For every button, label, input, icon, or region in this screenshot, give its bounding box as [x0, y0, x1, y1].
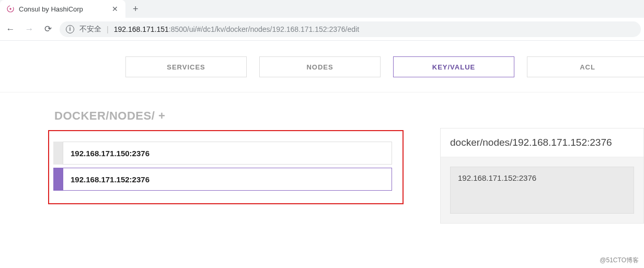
- close-tab-icon[interactable]: ✕: [110, 5, 120, 13]
- tab-title: Consul by HashiCorp: [19, 5, 83, 13]
- url-text: 192.168.171.151:8500/ui/#/dc1/kv/docker/…: [114, 25, 359, 33]
- editor-body: 192.168.171.152:2376: [441, 157, 643, 223]
- watermark: @51CTO博客: [600, 256, 639, 265]
- breadcrumb[interactable]: DOCKER/NODES/ +: [54, 109, 404, 123]
- security-label: 不安全: [79, 25, 101, 34]
- editor-key-path: docker/nodes/192.168.171.152:2376: [441, 129, 643, 157]
- top-nav: SERVICES NODES KEY/VALUE ACL: [0, 41, 644, 92]
- address-bar[interactable]: i 不安全 | 192.168.171.151:8500/ui/#/dc1/kv…: [60, 21, 641, 37]
- annotation-highlight: 192.168.171.150:2376 192.168.171.152:237…: [48, 130, 404, 204]
- browser-tab[interactable]: Consul by HashiCorp ✕: [0, 0, 125, 18]
- nav-row: ← → ⟳ i 不安全 | 192.168.171.151:8500/ui/#/…: [0, 18, 644, 41]
- info-icon: i: [66, 25, 74, 33]
- browser-chrome: Consul by HashiCorp ✕ + ← → ⟳ i 不安全 | 19…: [0, 0, 644, 41]
- tab-strip: Consul by HashiCorp ✕ +: [0, 0, 644, 18]
- tab-nodes[interactable]: NODES: [259, 56, 381, 77]
- new-tab-button[interactable]: +: [133, 4, 139, 15]
- content-area: DOCKER/NODES/ + 192.168.171.150:2376 192…: [0, 92, 644, 224]
- tab-services[interactable]: SERVICES: [125, 56, 247, 77]
- tab-keyvalue[interactable]: KEY/VALUE: [393, 56, 514, 77]
- kv-item[interactable]: 192.168.171.150:2376: [53, 142, 392, 165]
- kv-item-label: 192.168.171.152:2376: [63, 168, 392, 191]
- consul-favicon-icon: [6, 5, 15, 13]
- editor-panel: docker/nodes/192.168.171.152:2376 192.16…: [440, 128, 644, 224]
- forward-button[interactable]: →: [22, 22, 37, 37]
- kv-list-column: DOCKER/NODES/ + 192.168.171.150:2376 192…: [48, 109, 404, 224]
- kv-item-label: 192.168.171.150:2376: [63, 142, 392, 165]
- kv-item[interactable]: 192.168.171.152:2376: [53, 168, 392, 191]
- kv-status-bar: [53, 142, 63, 165]
- consul-app: SERVICES NODES KEY/VALUE ACL DOCKER/NODE…: [0, 41, 644, 224]
- svg-point-1: [9, 8, 11, 9]
- kv-editor-column: docker/nodes/192.168.171.152:2376 192.16…: [440, 109, 644, 224]
- back-button[interactable]: ←: [3, 22, 18, 37]
- reload-button[interactable]: ⟳: [41, 22, 55, 37]
- nav-tabs: SERVICES NODES KEY/VALUE ACL: [125, 56, 644, 77]
- kv-status-bar: [53, 168, 63, 191]
- divider: |: [107, 25, 109, 33]
- value-textarea[interactable]: 192.168.171.152:2376: [450, 167, 634, 214]
- tab-acl[interactable]: ACL: [527, 56, 644, 77]
